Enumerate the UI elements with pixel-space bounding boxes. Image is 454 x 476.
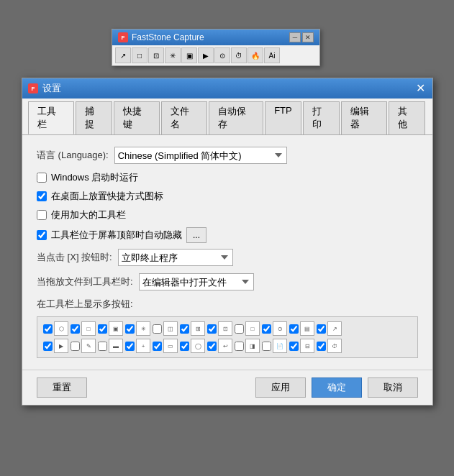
toolbar-content: ↗ □ ⊡ ✳ ▣ ▶ ⊙ ⏱ 🔥 Ai bbox=[112, 45, 319, 65]
icon-row-1: ⬡ □ ▣ ✳ ◫ bbox=[43, 321, 412, 336]
tb-icon-2[interactable]: □ bbox=[132, 47, 147, 63]
icon-cb-22[interactable] bbox=[317, 342, 326, 351]
icon-13: ✎ bbox=[81, 339, 96, 353]
tb-icon-5[interactable]: ▣ bbox=[181, 47, 197, 63]
checkbox-desktop-icon-label: 在桌面上放置快捷方式图标 bbox=[51, 190, 163, 203]
tab-toolbar[interactable]: 工具栏 bbox=[28, 101, 74, 134]
toolbar-title-area: F FastStone Capture bbox=[118, 32, 204, 42]
icon-item-7: ⊡ bbox=[207, 321, 232, 336]
apply-button[interactable]: 应用 bbox=[255, 377, 306, 398]
icon-16: ▭ bbox=[163, 339, 178, 353]
tb-icon-7[interactable]: ⊙ bbox=[214, 47, 230, 63]
language-select[interactable]: Chinese (Simplified 简体中文) English Chines… bbox=[114, 147, 287, 164]
icon-item-13: ✎ bbox=[71, 339, 96, 353]
drop-file-action-label: 当拖放文件到工具栏时: bbox=[37, 275, 133, 288]
toolbar-window: F FastStone Capture ─ ✕ ↗ □ ⊡ ✳ ▣ ▶ ⊙ ⏱ … bbox=[112, 29, 320, 66]
settings-window: F 设置 ✕ 工具栏 捕捉 快捷键 文件名 自动保存 FTP 打印 编辑器 其他… bbox=[22, 78, 433, 406]
tb-icon-3[interactable]: ⊡ bbox=[148, 47, 164, 63]
ok-button[interactable]: 确定 bbox=[312, 377, 362, 398]
settings-title-area: F 设置 bbox=[28, 82, 61, 95]
settings-app-icon: F bbox=[28, 83, 38, 93]
icon-item-17: ◯ bbox=[180, 339, 205, 353]
checkbox-autohide[interactable] bbox=[37, 230, 47, 240]
toolbar-icons-grid: ⬡ □ ▣ ✳ ◫ bbox=[37, 316, 418, 358]
icon-cb-1[interactable] bbox=[43, 324, 53, 334]
tab-print[interactable]: 打印 bbox=[303, 101, 340, 134]
drop-file-action-select[interactable]: 在编辑器中打开文件 转换文件 bbox=[139, 273, 254, 290]
icon-item-16: ▭ bbox=[153, 339, 178, 353]
toolbar-buttons-label: 在工具栏上显示多按钮: bbox=[37, 298, 418, 311]
icon-6: ⊞ bbox=[191, 321, 205, 336]
icon-cb-4[interactable] bbox=[125, 324, 135, 334]
icon-cb-5[interactable] bbox=[153, 324, 162, 334]
icon-cb-21[interactable] bbox=[289, 342, 299, 351]
tabs-bar: 工具栏 捕捉 快捷键 文件名 自动保存 FTP 打印 编辑器 其他 bbox=[22, 99, 432, 135]
icon-cb-3[interactable] bbox=[98, 324, 107, 334]
icon-8: □ bbox=[245, 321, 260, 336]
icon-7: ⊡ bbox=[218, 321, 232, 336]
checkbox-startup[interactable] bbox=[37, 173, 47, 183]
icon-1: ⬡ bbox=[54, 321, 68, 336]
tab-hotkeys[interactable]: 快捷键 bbox=[114, 101, 160, 134]
icon-cb-20[interactable] bbox=[262, 342, 271, 351]
icon-cb-14[interactable] bbox=[98, 342, 107, 351]
toolbar-title: FastStone Capture bbox=[132, 32, 204, 42]
icon-item-14: ▬ bbox=[98, 339, 123, 353]
tab-ftp[interactable]: FTP bbox=[265, 101, 301, 134]
icon-cb-16[interactable] bbox=[153, 342, 162, 351]
icon-cb-15[interactable] bbox=[125, 342, 135, 351]
checkbox-startup-label: Windows 启动时运行 bbox=[51, 171, 138, 184]
cancel-button[interactable]: 取消 bbox=[368, 377, 418, 398]
tb-icon-8[interactable]: ⏱ bbox=[231, 47, 247, 63]
icon-19: ◨ bbox=[245, 339, 260, 353]
tb-icon-10[interactable]: Ai bbox=[264, 47, 280, 63]
icon-item-18: ↩ bbox=[207, 339, 232, 353]
checkbox-desktop-icon[interactable] bbox=[37, 191, 47, 201]
tab-capture[interactable]: 捕捉 bbox=[76, 101, 112, 134]
icon-cb-13[interactable] bbox=[71, 342, 80, 351]
icon-22: ⏱ bbox=[327, 339, 342, 353]
reset-button[interactable]: 重置 bbox=[37, 377, 87, 398]
icon-cb-8[interactable] bbox=[235, 324, 244, 334]
icon-item-5: ◫ bbox=[153, 321, 178, 336]
icon-cb-18[interactable] bbox=[207, 342, 217, 351]
checkbox-desktop-icon-row: 在桌面上放置快捷方式图标 bbox=[37, 190, 418, 203]
autohide-settings-btn[interactable]: ... bbox=[186, 227, 206, 243]
tb-icon-1[interactable]: ↗ bbox=[115, 47, 131, 63]
toolbar-close-btn[interactable]: ✕ bbox=[302, 32, 314, 42]
icon-item-8: □ bbox=[235, 321, 260, 336]
icon-cb-17[interactable] bbox=[180, 342, 189, 351]
toolbar-minimize-btn[interactable]: ─ bbox=[289, 32, 301, 42]
tb-icon-6[interactable]: ▶ bbox=[198, 47, 214, 63]
bottom-bar: 重置 应用 确定 取消 bbox=[22, 370, 432, 405]
tab-filename[interactable]: 文件名 bbox=[161, 101, 207, 134]
tb-icon-4[interactable]: ✳ bbox=[165, 47, 181, 63]
close-btn-action-select[interactable]: 立即终止程序 最小化到系统托盘 bbox=[118, 249, 233, 266]
icon-cb-7[interactable] bbox=[207, 324, 217, 334]
icon-cb-9[interactable] bbox=[262, 324, 271, 334]
checkbox-large-toolbar[interactable] bbox=[37, 210, 47, 220]
tb-icon-9[interactable]: 🔥 bbox=[248, 47, 263, 63]
icon-cb-10[interactable] bbox=[289, 324, 299, 334]
icon-4: ✳ bbox=[136, 321, 150, 336]
icon-cb-11[interactable] bbox=[317, 324, 326, 334]
icon-item-19: ◨ bbox=[235, 339, 260, 353]
icon-cb-19[interactable] bbox=[235, 342, 244, 351]
tab-autosave[interactable]: 自动保存 bbox=[209, 101, 263, 134]
checkbox-large-toolbar-row: 使用加大的工具栏 bbox=[37, 209, 418, 221]
settings-close-btn[interactable]: ✕ bbox=[414, 83, 427, 94]
icon-cb-12[interactable] bbox=[43, 342, 53, 351]
icon-cb-6[interactable] bbox=[180, 324, 189, 334]
tab-other[interactable]: 其他 bbox=[389, 101, 425, 134]
icon-row-2: ▶ ✎ ▬ + ▭ bbox=[43, 339, 412, 353]
checkbox-autohide-row: 工具栏位于屏幕顶部时自动隐藏 ... bbox=[37, 227, 418, 243]
checkbox-large-toolbar-label: 使用加大的工具栏 bbox=[51, 209, 126, 221]
tab-editor[interactable]: 编辑器 bbox=[341, 101, 387, 134]
icon-12: ▶ bbox=[54, 339, 68, 353]
icon-item-3: ▣ bbox=[98, 321, 123, 336]
icon-cb-2[interactable] bbox=[71, 324, 80, 334]
icon-item-20: 📄 bbox=[262, 339, 287, 353]
icon-3: ▣ bbox=[109, 321, 123, 336]
icon-item-21: ⊟ bbox=[289, 339, 314, 353]
app-icon: F bbox=[118, 32, 128, 42]
